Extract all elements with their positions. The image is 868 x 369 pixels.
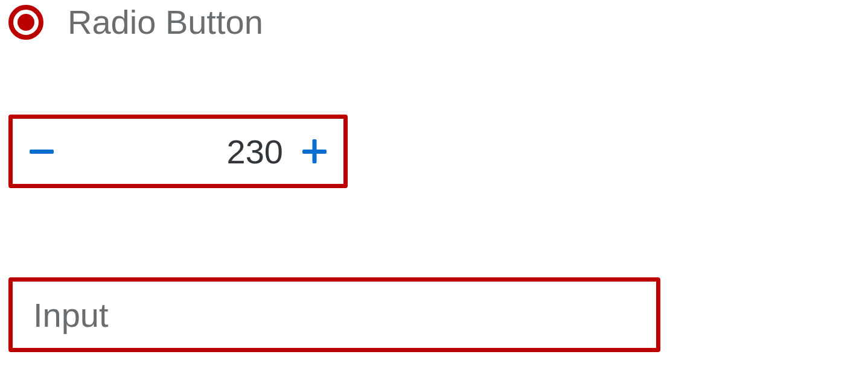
step-input: 230	[8, 115, 348, 188]
radio-button-label: Radio Button	[68, 5, 263, 39]
step-input-value[interactable]: 230	[71, 119, 286, 184]
text-input[interactable]	[13, 282, 656, 348]
radio-button[interactable]	[8, 5, 43, 40]
svg-rect-0	[30, 150, 54, 154]
plus-icon	[300, 137, 329, 166]
radio-button-row: Radio Button	[8, 5, 263, 40]
step-input-increment-button[interactable]	[286, 119, 343, 184]
text-input-wrapper	[8, 277, 660, 352]
minus-icon	[27, 137, 56, 166]
svg-rect-2	[313, 139, 317, 163]
step-input-decrement-button[interactable]	[13, 119, 71, 184]
radio-selected-dot-icon	[18, 14, 34, 31]
